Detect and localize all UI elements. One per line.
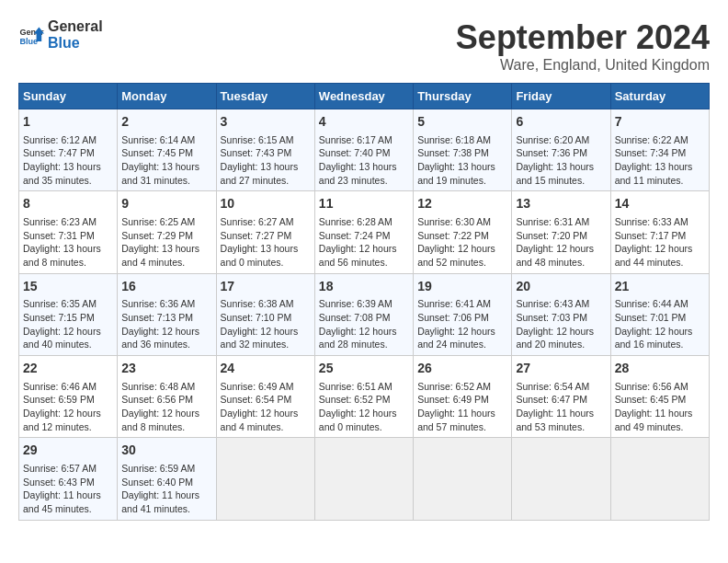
calendar-cell-10: 10Sunrise: 6:27 AMSunset: 7:27 PMDayligh… [216,191,314,273]
logo-text-general: General [48,18,103,35]
calendar-cell-22: 22Sunrise: 6:46 AMSunset: 6:59 PMDayligh… [19,356,118,438]
calendar-table: SundayMondayTuesdayWednesdayThursdayFrid… [18,83,710,521]
calendar-cell-14: 14Sunrise: 6:33 AMSunset: 7:17 PMDayligh… [610,191,709,273]
calendar-cell-12: 12Sunrise: 6:30 AMSunset: 7:22 PMDayligh… [414,191,512,273]
calendar-cell-18: 18Sunrise: 6:39 AMSunset: 7:08 PMDayligh… [314,273,413,355]
calendar-cell-7: 7Sunrise: 6:22 AMSunset: 7:34 PMDaylight… [610,109,709,191]
logo: General Blue General Blue [18,18,103,51]
calendar-cell-23: 23Sunrise: 6:48 AMSunset: 6:56 PMDayligh… [118,356,216,438]
calendar-cell-15: 15Sunrise: 6:35 AMSunset: 7:15 PMDayligh… [19,273,118,355]
calendar-cell-30: 30Sunrise: 6:59 AMSunset: 6:40 PMDayligh… [118,438,216,520]
calendar-week-1: 1Sunrise: 6:12 AMSunset: 7:47 PMDaylight… [19,109,710,191]
calendar-cell-empty [512,438,610,520]
calendar-cell-26: 26Sunrise: 6:52 AMSunset: 6:49 PMDayligh… [414,356,512,438]
calendar-cell-20: 20Sunrise: 6:43 AMSunset: 7:03 PMDayligh… [512,273,610,355]
calendar-cell-13: 13Sunrise: 6:31 AMSunset: 7:20 PMDayligh… [512,191,610,273]
calendar-cell-27: 27Sunrise: 6:54 AMSunset: 6:47 PMDayligh… [512,356,610,438]
calendar-week-3: 15Sunrise: 6:35 AMSunset: 7:15 PMDayligh… [19,273,710,355]
calendar-week-5: 29Sunrise: 6:57 AMSunset: 6:43 PMDayligh… [19,438,710,520]
header-thursday: Thursday [414,84,512,109]
calendar-week-2: 8Sunrise: 6:23 AMSunset: 7:31 PMDaylight… [19,191,710,273]
calendar-cell-29: 29Sunrise: 6:57 AMSunset: 6:43 PMDayligh… [19,438,118,520]
calendar-cell-11: 11Sunrise: 6:28 AMSunset: 7:24 PMDayligh… [314,191,413,273]
calendar-cell-8: 8Sunrise: 6:23 AMSunset: 7:31 PMDaylight… [19,191,118,273]
calendar-cell-19: 19Sunrise: 6:41 AMSunset: 7:06 PMDayligh… [414,273,512,355]
calendar-cell-empty [610,438,709,520]
header-friday: Friday [512,84,610,109]
calendar-week-4: 22Sunrise: 6:46 AMSunset: 6:59 PMDayligh… [19,356,710,438]
calendar-cell-28: 28Sunrise: 6:56 AMSunset: 6:45 PMDayligh… [610,356,709,438]
header-tuesday: Tuesday [216,84,314,109]
calendar-cell-5: 5Sunrise: 6:18 AMSunset: 7:38 PMDaylight… [414,109,512,191]
calendar-cell-16: 16Sunrise: 6:36 AMSunset: 7:13 PMDayligh… [118,273,216,355]
calendar-cell-empty [314,438,413,520]
calendar-cell-2: 2Sunrise: 6:14 AMSunset: 7:45 PMDaylight… [118,109,216,191]
header-wednesday: Wednesday [314,84,413,109]
header-monday: Monday [118,84,216,109]
calendar-cell-empty [414,438,512,520]
header-sunday: Sunday [19,84,118,109]
logo-text-blue: Blue [48,35,103,52]
calendar-cell-24: 24Sunrise: 6:49 AMSunset: 6:54 PMDayligh… [216,356,314,438]
title-block: September 2024 Ware, England, United Kin… [456,18,710,74]
logo-icon: General Blue [18,22,44,48]
calendar-cell-1: 1Sunrise: 6:12 AMSunset: 7:47 PMDaylight… [19,109,118,191]
calendar-cell-25: 25Sunrise: 6:51 AMSunset: 6:52 PMDayligh… [314,356,413,438]
calendar-cell-9: 9Sunrise: 6:25 AMSunset: 7:29 PMDaylight… [118,191,216,273]
calendar-cell-6: 6Sunrise: 6:20 AMSunset: 7:36 PMDaylight… [512,109,610,191]
calendar-header-row: SundayMondayTuesdayWednesdayThursdayFrid… [19,84,710,109]
calendar-cell-empty [216,438,314,520]
calendar-cell-21: 21Sunrise: 6:44 AMSunset: 7:01 PMDayligh… [610,273,709,355]
month-title: September 2024 [456,18,710,57]
location: Ware, England, United Kingdom [456,57,710,74]
calendar-cell-17: 17Sunrise: 6:38 AMSunset: 7:10 PMDayligh… [216,273,314,355]
svg-text:Blue: Blue [19,36,38,45]
calendar-cell-3: 3Sunrise: 6:15 AMSunset: 7:43 PMDaylight… [216,109,314,191]
calendar-cell-4: 4Sunrise: 6:17 AMSunset: 7:40 PMDaylight… [314,109,413,191]
header-saturday: Saturday [610,84,709,109]
page-header: General Blue General Blue September 2024… [18,18,710,74]
